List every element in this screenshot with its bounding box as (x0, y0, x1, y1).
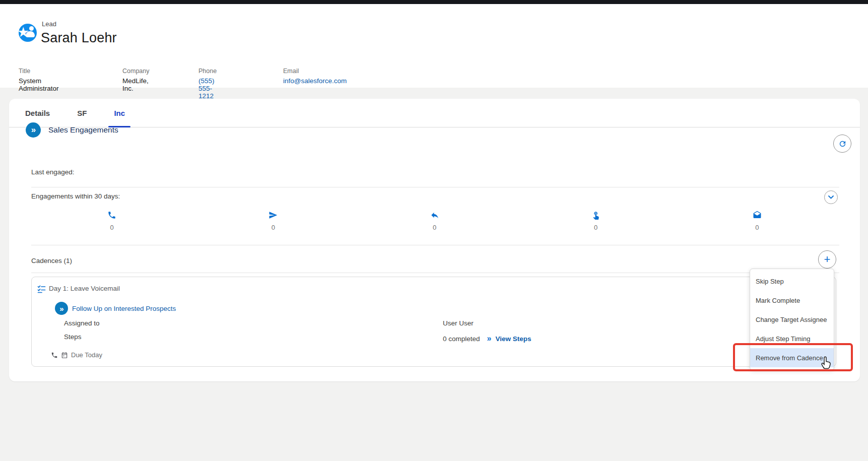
stat-replies[interactable]: 0 (354, 211, 515, 231)
field-label: Phone (198, 68, 217, 75)
field-title: Title System Administrator (19, 68, 59, 92)
lead-header: ★ Lead Sarah Loehr Title System Administ… (0, 4, 868, 88)
tab-bar: Details SF Inc (9, 99, 860, 127)
stat-clicks[interactable]: 0 (515, 211, 677, 231)
collapse-engagements-button[interactable] (824, 190, 838, 204)
field-email: Email info@salesforce.com (283, 68, 347, 85)
menu-item-mark-complete[interactable]: Mark Complete (750, 291, 834, 310)
chevron-down-icon (828, 195, 834, 199)
assigned-to-label: Assigned to (64, 319, 100, 327)
engagements-30-days-label: Engagements within 30 days: (31, 192, 120, 200)
record-type-label: Lead (42, 20, 56, 28)
phone-icon (51, 352, 58, 359)
divider (31, 245, 839, 245)
menu-item-adjust-step-timing[interactable]: Adjust Step Timing (750, 329, 834, 348)
field-company: Company MedLife, Inc. (122, 68, 150, 92)
click-icon (591, 211, 600, 220)
divider (31, 273, 839, 273)
steps-completed-value: 0 completed (443, 335, 480, 343)
email-link[interactable]: info@salesforce.com (283, 77, 347, 85)
send-icon (269, 211, 278, 220)
stat-opens[interactable]: 0 (677, 211, 838, 231)
stat-sends[interactable]: 0 (192, 211, 354, 231)
engagement-stats-row: 0 0 0 0 0 (31, 211, 838, 231)
sales-engagements-icon: » (26, 122, 41, 138)
cadence-actions-menu: Skip Step Mark Complete Change Target As… (750, 269, 834, 370)
steps-progress-row: 0 completed » View Steps (443, 334, 531, 343)
avatar-star-icon: ★ (17, 26, 29, 39)
stat-count: 0 (515, 224, 677, 231)
stat-count: 0 (677, 224, 838, 231)
calendar-icon (61, 352, 68, 359)
avatar-head-shape (29, 26, 34, 31)
cadence-step-title: Day 1: Leave Voicemail (49, 285, 120, 292)
steps-label: Steps (64, 333, 82, 341)
field-value: MedLife, Inc. (122, 77, 150, 92)
double-chevron-icon: » (487, 334, 492, 343)
page-title: Sarah Loehr (41, 30, 117, 46)
email-open-icon (753, 211, 762, 220)
plus-icon: + (824, 253, 831, 266)
due-row: Due Today (51, 351, 102, 359)
section-title: Sales Engagements (48, 125, 118, 135)
cadence-icon: » (55, 302, 68, 315)
reply-icon (430, 211, 439, 220)
sales-engagements-header: » Sales Engagements (26, 122, 118, 138)
refresh-button[interactable] (833, 135, 851, 153)
stat-count: 0 (192, 224, 354, 231)
due-label: Due Today (71, 351, 102, 359)
divider (31, 187, 839, 187)
cadence-card: Day 1: Leave Voicemail » Follow Up on In… (31, 277, 836, 367)
cadences-heading: Cadences (1) (31, 257, 72, 265)
field-label: Company (122, 68, 150, 75)
call-icon (107, 211, 116, 220)
lead-avatar-icon: ★ (19, 24, 37, 42)
stat-count: 0 (31, 224, 192, 231)
assignee-value: User User (443, 319, 474, 327)
menu-item-change-target-assignee[interactable]: Change Target Assignee (750, 310, 834, 329)
add-to-cadence-button[interactable]: + (818, 250, 836, 269)
checklist-icon (37, 285, 46, 295)
field-label: Title (19, 68, 59, 75)
menu-item-remove-from-cadence[interactable]: Remove from Cadence (750, 348, 834, 367)
refresh-icon (838, 140, 847, 148)
view-steps-link[interactable]: View Steps (495, 335, 531, 343)
browser-top-bar (0, 0, 868, 4)
stat-count: 0 (354, 224, 515, 231)
screen: ★ Lead Sarah Loehr Title System Administ… (0, 0, 868, 461)
record-tab-panel: Details SF Inc » Sales Engagements Last … (9, 99, 860, 381)
last-engaged-label: Last engaged: (31, 168, 75, 176)
phone-link[interactable]: (555) 555-1212 (198, 77, 217, 100)
cadence-name-link[interactable]: Follow Up on Interested Prospects (72, 305, 176, 312)
field-label: Email (283, 68, 347, 75)
menu-item-skip-step[interactable]: Skip Step (750, 272, 834, 291)
stat-calls[interactable]: 0 (31, 211, 192, 231)
field-value: System Administrator (19, 77, 59, 92)
field-phone: Phone (555) 555-1212 (198, 68, 217, 100)
